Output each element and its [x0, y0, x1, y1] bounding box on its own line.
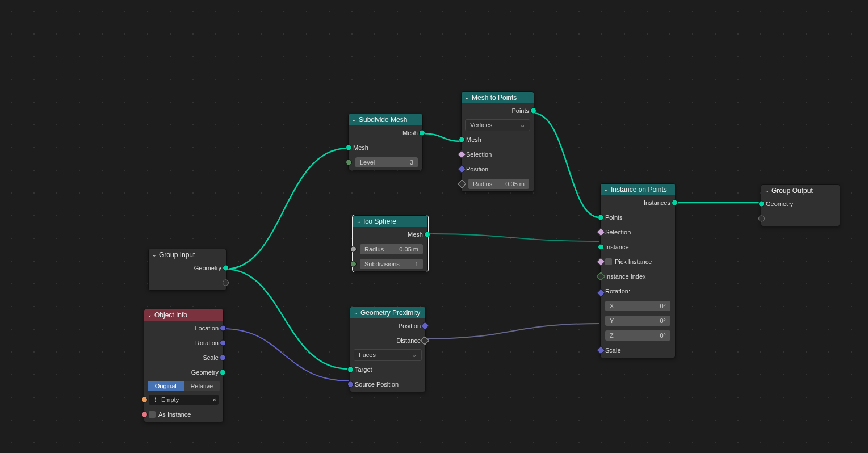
socket-distance[interactable] [421, 336, 430, 345]
input-position: Position [466, 166, 488, 173]
input-source-position: Source Position [355, 381, 399, 388]
input-points: Points [605, 214, 623, 221]
socket-geometry[interactable] [758, 201, 765, 207]
socket-location[interactable] [220, 325, 226, 332]
socket-points[interactable] [598, 215, 604, 221]
socket-rotation[interactable] [220, 340, 226, 346]
output-distance: Distance [396, 337, 421, 344]
socket-source-position[interactable] [347, 381, 354, 388]
socket-mesh-in[interactable] [346, 145, 352, 151]
node-header[interactable]: ⌄Ico Sphere [353, 216, 427, 227]
socket-selection[interactable] [458, 150, 467, 159]
socket-instance-index[interactable] [597, 272, 606, 281]
socket-empty-out[interactable] [223, 280, 229, 286]
field-rotation-z[interactable]: Z0° [605, 330, 670, 341]
socket-position[interactable] [421, 321, 430, 330]
node-object-info[interactable]: ⌄Object Info Location Rotation Scale Geo… [144, 309, 224, 422]
socket-object[interactable] [141, 397, 148, 403]
input-scale: Scale [605, 347, 621, 354]
empty-object-icon: ⊹ [151, 396, 159, 404]
input-mesh: Mesh [466, 136, 481, 143]
socket-selection[interactable] [597, 228, 606, 237]
field-subdivisions[interactable]: Subdivisions1 [360, 259, 423, 269]
socket-scale[interactable] [597, 346, 606, 355]
input-geometry: Geometry [766, 200, 793, 207]
output-rotation: Rotation [195, 339, 219, 346]
node-header[interactable]: ⌄Subdivide Mesh [349, 114, 422, 125]
socket-radius[interactable] [458, 179, 467, 188]
dropdown-mode[interactable]: Vertices⌄ [465, 119, 530, 131]
socket-position[interactable] [458, 165, 467, 174]
node-ico-sphere[interactable]: ⌄Ico Sphere Mesh Radius0.05 m Subdivisio… [353, 215, 428, 272]
input-instance: Instance [605, 244, 629, 250]
socket-points-out[interactable] [530, 108, 536, 114]
node-title: Mesh to Points [472, 94, 517, 102]
socket-scale[interactable] [220, 355, 226, 361]
socket-radius[interactable] [350, 246, 357, 253]
input-selection: Selection [466, 151, 492, 158]
label-as-instance: As Instance [158, 411, 191, 418]
node-geometry-proximity[interactable]: ⌄Geometry Proximity Position Distance Fa… [350, 307, 426, 392]
chevron-down-icon: ⌄ [152, 252, 157, 258]
node-subdivide-mesh[interactable]: ⌄Subdivide Mesh Mesh Mesh Level3 [348, 114, 423, 170]
node-title: Subdivide Mesh [359, 116, 407, 124]
node-header[interactable]: ⌄Group Output [761, 185, 840, 196]
output-instances: Instances [644, 199, 670, 206]
close-icon[interactable]: × [213, 396, 216, 403]
chevron-down-icon: ⌄ [352, 117, 357, 123]
node-title: Geometry Proximity [360, 309, 420, 317]
chevron-down-icon: ⌄ [520, 121, 525, 129]
chevron-down-icon: ⌄ [465, 95, 469, 100]
label-pick-instance: Pick Instance [615, 258, 652, 265]
btn-relative[interactable]: Relative [184, 381, 220, 391]
chevron-down-icon: ⌄ [604, 187, 609, 192]
node-header[interactable]: ⌄Group Input [149, 249, 226, 261]
field-level[interactable]: Level3 [355, 157, 418, 167]
socket-mesh-out[interactable] [419, 130, 425, 136]
field-radius[interactable]: Radius0.05 m [468, 179, 529, 189]
node-header[interactable]: ⌄Mesh to Points [462, 92, 534, 103]
socket-geometry[interactable] [220, 370, 226, 376]
dropdown-target-element[interactable]: Faces⌄ [354, 349, 422, 361]
socket-subdivisions[interactable] [350, 261, 357, 267]
transform-space-toggle[interactable]: Original Relative [148, 381, 220, 391]
object-field[interactable]: ⊹ Empty × [149, 395, 219, 405]
socket-as-instance[interactable] [141, 412, 148, 418]
node-header[interactable]: ⌄Object Info [144, 309, 223, 321]
node-title: Ico Sphere [363, 217, 396, 225]
socket-empty[interactable] [758, 216, 765, 222]
socket-pick-instance[interactable] [597, 257, 606, 266]
node-group-output[interactable]: ⌄Group Output Geometry [761, 184, 840, 227]
node-group-input[interactable]: ⌄Group Input Geometry [148, 249, 227, 291]
field-radius[interactable]: Radius0.05 m [360, 244, 423, 254]
output-position: Position [399, 322, 421, 329]
output-location: Location [195, 325, 219, 332]
node-header[interactable]: ⌄Geometry Proximity [350, 307, 425, 318]
socket-target[interactable] [347, 367, 354, 373]
chevron-down-icon: ⌄ [765, 188, 769, 194]
field-rotation-x[interactable]: X0° [605, 301, 670, 311]
socket-mesh-out[interactable] [424, 232, 430, 238]
node-title: Group Output [771, 187, 813, 195]
node-instance-on-points[interactable]: ⌄Instance on Points Instances Points Sel… [600, 183, 676, 358]
socket-level[interactable] [346, 160, 352, 166]
label-rotation: Rotation: [605, 288, 630, 295]
field-rotation-y[interactable]: Y0° [605, 316, 670, 326]
node-title: Instance on Points [611, 186, 667, 194]
checkbox-pick-instance[interactable] [605, 258, 612, 265]
socket-geometry-out[interactable] [223, 265, 229, 271]
btn-original[interactable]: Original [148, 381, 184, 391]
socket-instances[interactable] [672, 200, 678, 206]
node-header[interactable]: ⌄Instance on Points [601, 184, 675, 195]
checkbox-as-instance[interactable] [149, 411, 156, 418]
input-target: Target [355, 366, 372, 373]
object-name: Empty [161, 396, 213, 403]
output-mesh: Mesh [408, 231, 423, 238]
output-geometry: Geometry [194, 265, 221, 271]
input-instance-index: Instance Index [605, 273, 646, 280]
chevron-down-icon: ⌄ [412, 351, 417, 359]
node-mesh-to-points[interactable]: ⌄Mesh to Points Points Vertices⌄ Mesh Se… [461, 91, 534, 192]
socket-mesh[interactable] [459, 137, 465, 143]
chevron-down-icon: ⌄ [354, 310, 358, 316]
socket-instance[interactable] [598, 244, 604, 250]
